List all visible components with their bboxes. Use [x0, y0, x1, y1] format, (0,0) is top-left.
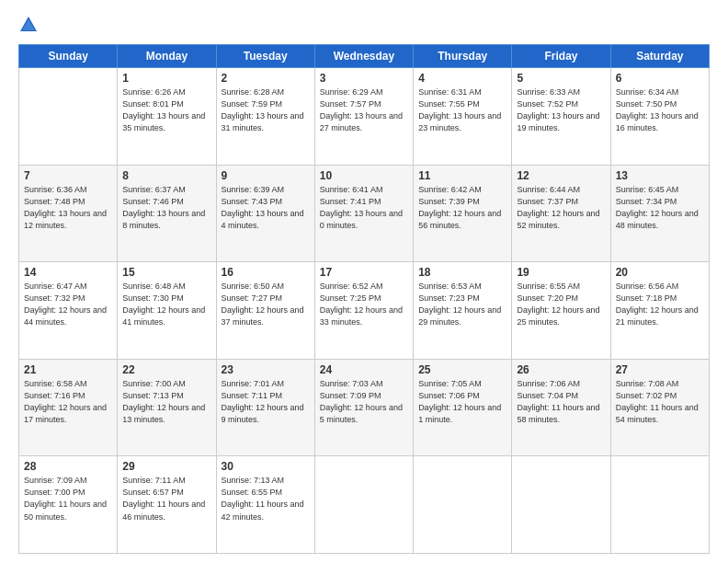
day-number: 1	[122, 72, 210, 85]
day-cell: 20Sunrise: 6:56 AM Sunset: 7:18 PM Dayli…	[610, 262, 709, 360]
day-number: 28	[24, 460, 112, 473]
day-number: 12	[517, 169, 605, 182]
day-number: 20	[616, 266, 704, 279]
day-number: 17	[320, 266, 408, 279]
day-number: 14	[24, 266, 112, 279]
day-info: Sunrise: 6:41 AM Sunset: 7:41 PM Dayligh…	[320, 184, 408, 232]
day-cell: 26Sunrise: 7:06 AM Sunset: 7:04 PM Dayli…	[512, 359, 610, 456]
day-info: Sunrise: 6:45 AM Sunset: 7:34 PM Dayligh…	[616, 184, 704, 232]
day-info: Sunrise: 7:13 AM Sunset: 6:55 PM Dayligh…	[222, 475, 310, 523]
weekday-header-sunday: Sunday	[19, 45, 118, 68]
week-row-5: 28Sunrise: 7:09 AM Sunset: 7:00 PM Dayli…	[19, 456, 710, 554]
weekday-header-tuesday: Tuesday	[216, 45, 314, 68]
day-cell: 2Sunrise: 6:28 AM Sunset: 7:59 PM Daylig…	[216, 68, 314, 166]
day-info: Sunrise: 6:58 AM Sunset: 7:16 PM Dayligh…	[24, 378, 112, 426]
weekday-header-row: SundayMondayTuesdayWednesdayThursdayFrid…	[19, 45, 710, 68]
day-cell	[414, 456, 512, 554]
header	[18, 17, 710, 35]
day-info: Sunrise: 6:37 AM Sunset: 7:46 PM Dayligh…	[122, 184, 210, 232]
day-cell	[19, 68, 118, 166]
day-cell: 22Sunrise: 7:00 AM Sunset: 7:13 PM Dayli…	[118, 359, 216, 456]
day-number: 11	[418, 169, 506, 182]
day-number: 29	[122, 460, 210, 473]
day-number: 19	[517, 266, 605, 279]
week-row-2: 7Sunrise: 6:36 AM Sunset: 7:48 PM Daylig…	[19, 165, 710, 262]
day-info: Sunrise: 6:39 AM Sunset: 7:43 PM Dayligh…	[222, 184, 310, 232]
day-info: Sunrise: 6:53 AM Sunset: 7:23 PM Dayligh…	[418, 281, 506, 328]
day-cell	[512, 456, 610, 554]
day-info: Sunrise: 6:50 AM Sunset: 7:27 PM Dayligh…	[222, 281, 310, 328]
day-cell: 13Sunrise: 6:45 AM Sunset: 7:34 PM Dayli…	[610, 165, 709, 262]
day-info: Sunrise: 6:42 AM Sunset: 7:39 PM Dayligh…	[418, 184, 506, 232]
day-number: 25	[418, 363, 506, 376]
day-cell: 5Sunrise: 6:33 AM Sunset: 7:52 PM Daylig…	[512, 68, 610, 166]
day-cell: 24Sunrise: 7:03 AM Sunset: 7:09 PM Dayli…	[314, 359, 413, 456]
logo-icon	[18, 15, 39, 35]
weekday-header-wednesday: Wednesday	[314, 45, 413, 68]
day-info: Sunrise: 6:33 AM Sunset: 7:52 PM Dayligh…	[517, 86, 605, 134]
day-info: Sunrise: 6:34 AM Sunset: 7:50 PM Dayligh…	[616, 86, 704, 134]
week-row-3: 14Sunrise: 6:47 AM Sunset: 7:32 PM Dayli…	[19, 262, 710, 360]
day-number: 21	[24, 363, 112, 376]
day-info: Sunrise: 6:52 AM Sunset: 7:25 PM Dayligh…	[320, 281, 408, 328]
day-cell: 16Sunrise: 6:50 AM Sunset: 7:27 PM Dayli…	[216, 262, 314, 360]
day-info: Sunrise: 6:29 AM Sunset: 7:57 PM Dayligh…	[320, 86, 408, 134]
day-cell: 3Sunrise: 6:29 AM Sunset: 7:57 PM Daylig…	[314, 68, 413, 166]
day-info: Sunrise: 7:08 AM Sunset: 7:02 PM Dayligh…	[616, 378, 704, 426]
day-number: 4	[418, 72, 506, 85]
day-info: Sunrise: 6:28 AM Sunset: 7:59 PM Dayligh…	[222, 86, 310, 134]
day-cell: 9Sunrise: 6:39 AM Sunset: 7:43 PM Daylig…	[216, 165, 314, 262]
day-cell: 21Sunrise: 6:58 AM Sunset: 7:16 PM Dayli…	[19, 359, 118, 456]
day-cell: 12Sunrise: 6:44 AM Sunset: 7:37 PM Dayli…	[512, 165, 610, 262]
day-info: Sunrise: 6:47 AM Sunset: 7:32 PM Dayligh…	[24, 281, 112, 328]
day-info: Sunrise: 6:31 AM Sunset: 7:55 PM Dayligh…	[418, 86, 506, 134]
day-cell: 27Sunrise: 7:08 AM Sunset: 7:02 PM Dayli…	[610, 359, 709, 456]
page: SundayMondayTuesdayWednesdayThursdayFrid…	[0, 0, 728, 563]
day-cell: 11Sunrise: 6:42 AM Sunset: 7:39 PM Dayli…	[414, 165, 512, 262]
day-cell: 10Sunrise: 6:41 AM Sunset: 7:41 PM Dayli…	[314, 165, 413, 262]
day-number: 23	[222, 363, 310, 376]
day-cell: 23Sunrise: 7:01 AM Sunset: 7:11 PM Dayli…	[216, 359, 314, 456]
calendar-table: SundayMondayTuesdayWednesdayThursdayFrid…	[18, 44, 710, 554]
day-cell: 1Sunrise: 6:26 AM Sunset: 8:01 PM Daylig…	[118, 68, 216, 166]
day-cell: 17Sunrise: 6:52 AM Sunset: 7:25 PM Dayli…	[314, 262, 413, 360]
day-info: Sunrise: 7:03 AM Sunset: 7:09 PM Dayligh…	[320, 378, 408, 426]
day-info: Sunrise: 6:26 AM Sunset: 8:01 PM Dayligh…	[122, 86, 210, 134]
day-number: 3	[320, 72, 408, 85]
day-info: Sunrise: 7:00 AM Sunset: 7:13 PM Dayligh…	[122, 378, 210, 426]
day-info: Sunrise: 6:56 AM Sunset: 7:18 PM Dayligh…	[616, 281, 704, 328]
day-cell: 8Sunrise: 6:37 AM Sunset: 7:46 PM Daylig…	[118, 165, 216, 262]
day-number: 5	[517, 72, 605, 85]
day-number: 13	[616, 169, 704, 182]
day-number: 6	[616, 72, 704, 85]
day-info: Sunrise: 6:55 AM Sunset: 7:20 PM Dayligh…	[517, 281, 605, 328]
day-info: Sunrise: 7:06 AM Sunset: 7:04 PM Dayligh…	[517, 378, 605, 426]
day-cell: 15Sunrise: 6:48 AM Sunset: 7:30 PM Dayli…	[118, 262, 216, 360]
day-number: 24	[320, 363, 408, 376]
day-number: 30	[222, 460, 310, 473]
day-cell: 7Sunrise: 6:36 AM Sunset: 7:48 PM Daylig…	[19, 165, 118, 262]
day-number: 7	[24, 169, 112, 182]
day-cell: 14Sunrise: 6:47 AM Sunset: 7:32 PM Dayli…	[19, 262, 118, 360]
day-cell: 19Sunrise: 6:55 AM Sunset: 7:20 PM Dayli…	[512, 262, 610, 360]
day-cell	[610, 456, 709, 554]
day-cell: 25Sunrise: 7:05 AM Sunset: 7:06 PM Dayli…	[414, 359, 512, 456]
day-info: Sunrise: 7:09 AM Sunset: 7:00 PM Dayligh…	[24, 475, 112, 523]
day-info: Sunrise: 7:05 AM Sunset: 7:06 PM Dayligh…	[418, 378, 506, 426]
day-number: 15	[122, 266, 210, 279]
day-cell: 18Sunrise: 6:53 AM Sunset: 7:23 PM Dayli…	[414, 262, 512, 360]
day-number: 22	[122, 363, 210, 376]
day-cell: 4Sunrise: 6:31 AM Sunset: 7:55 PM Daylig…	[414, 68, 512, 166]
weekday-header-thursday: Thursday	[414, 45, 512, 68]
weekday-header-saturday: Saturday	[610, 45, 709, 68]
weekday-header-monday: Monday	[118, 45, 216, 68]
day-number: 16	[222, 266, 310, 279]
day-cell: 29Sunrise: 7:11 AM Sunset: 6:57 PM Dayli…	[118, 456, 216, 554]
day-info: Sunrise: 7:11 AM Sunset: 6:57 PM Dayligh…	[122, 475, 210, 523]
day-cell: 6Sunrise: 6:34 AM Sunset: 7:50 PM Daylig…	[610, 68, 709, 166]
day-info: Sunrise: 6:36 AM Sunset: 7:48 PM Dayligh…	[24, 184, 112, 232]
week-row-1: 1Sunrise: 6:26 AM Sunset: 8:01 PM Daylig…	[19, 68, 710, 166]
day-number: 8	[122, 169, 210, 182]
day-info: Sunrise: 7:01 AM Sunset: 7:11 PM Dayligh…	[222, 378, 310, 426]
day-cell	[314, 456, 413, 554]
